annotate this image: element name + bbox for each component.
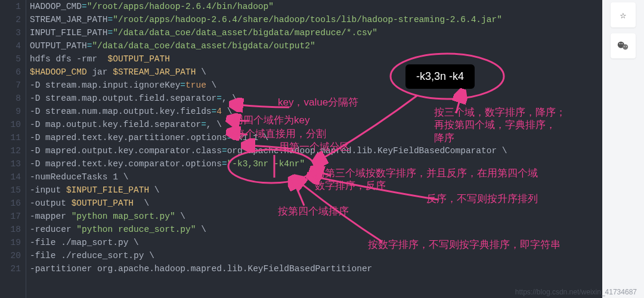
line-number: 9 <box>0 105 21 118</box>
annotation-numeric: 按数字排序，不写则按字典排序，即字符串 <box>368 238 561 251</box>
annotation-keyfields: 用四个域作为key <box>233 114 309 126</box>
line-number: 7 <box>0 79 21 92</box>
code-line: -file ./reduce_sort.py \ <box>30 249 507 262</box>
annotation-separator: key，value分隔符 <box>278 96 358 108</box>
line-number: 11 <box>0 131 21 144</box>
line-number: 5 <box>0 52 21 66</box>
svg-point-3 <box>621 43 623 44</box>
code-line: -D mapred.output.key.comparator.class=or… <box>30 144 507 157</box>
annotation-k4: 按第四个域排序 <box>278 205 349 218</box>
annotation-split: k每个域直接用，分割 <box>230 128 326 140</box>
line-number: 15 <box>0 184 21 197</box>
star-icon[interactable]: ☆ <box>611 2 636 27</box>
code-line: -partitioner org.apache.hadoop.mapred.li… <box>30 262 507 275</box>
line-number: 16 <box>0 197 21 210</box>
code-line: HADOOP_CMD="/root/apps/hadoop-2.6.4/bin/… <box>30 0 507 13</box>
line-number: 14 <box>0 170 21 184</box>
line-number: 21 <box>0 262 21 275</box>
line-number: 1 <box>0 0 21 13</box>
code-line: -D stream.map.output.field.separator=, \ <box>30 92 507 105</box>
line-number: 12 <box>0 144 21 157</box>
line-number: 6 <box>0 66 21 79</box>
line-number: 13 <box>0 157 21 170</box>
code-area: HADOOP_CMD="/root/apps/hadoop-2.6.4/bin/… <box>26 0 507 298</box>
line-number: 8 <box>0 92 21 105</box>
code-line: hdfs dfs -rmr $OUTPUT_PATH <box>30 52 507 66</box>
svg-point-4 <box>624 46 624 46</box>
watermark: https://blog.csdn.net/weixin_41734687 <box>515 288 637 296</box>
svg-point-1 <box>623 44 628 49</box>
line-number: 20 <box>0 249 21 262</box>
tooltip-popup: -k3,3n -k4 <box>405 64 475 89</box>
code-line: OUTPUT_PATH="/data/data_coe/data_asset/b… <box>30 39 507 52</box>
line-gutter: 123456789101112131415161718192021 <box>0 0 26 298</box>
code-line: -reducer "python reduce_sort.py" \ <box>30 223 507 236</box>
annotation-partition: 用第一个域分区 <box>279 141 350 153</box>
svg-point-2 <box>620 43 621 44</box>
line-number: 4 <box>0 39 21 52</box>
line-number: 3 <box>0 26 21 39</box>
code-line: -mapper "python map_sort.py" \ <box>30 210 507 223</box>
wechat-icon[interactable] <box>611 33 636 58</box>
annotation-k3k4: 用第三个域按数字排序，并且反序，在用第四个域 数字排序，反序 <box>315 167 538 193</box>
code-line: STREAM_JAR_PATH="/root/apps/hadoop-2.6.4… <box>30 13 507 26</box>
line-number: 2 <box>0 13 21 26</box>
side-panel: ☆ <box>602 0 644 298</box>
code-line: INPUT_FILE_PATH="/data/data_coe/data_ass… <box>30 26 507 39</box>
annotation-reverse: 反序，不写则按升序排列 <box>426 193 538 205</box>
line-number: 17 <box>0 210 21 223</box>
line-number: 18 <box>0 223 21 236</box>
line-number: 19 <box>0 236 21 249</box>
annotation-sort-desc: 按三个域，数字排序，降序； 再按第四个域，字典排序， 降序 <box>434 106 566 144</box>
svg-point-5 <box>626 46 627 46</box>
line-number: 10 <box>0 118 21 131</box>
